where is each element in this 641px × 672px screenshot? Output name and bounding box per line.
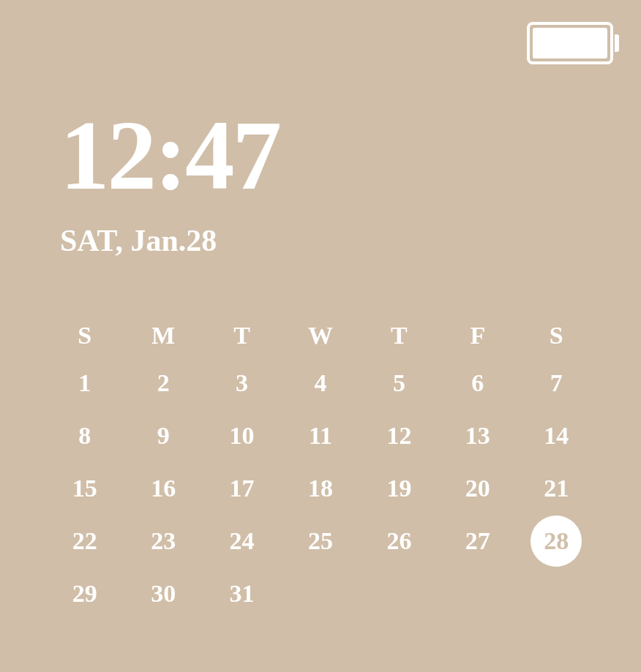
calendar-cell[interactable]: 18 — [281, 475, 359, 502]
calendar-cell[interactable]: 8 — [45, 423, 124, 449]
calendar-day-number: 18 — [308, 475, 333, 502]
weekday-label: W — [281, 322, 359, 350]
calendar-cell[interactable]: 22 — [45, 528, 124, 554]
calendar-cell[interactable]: 4 — [281, 370, 359, 396]
calendar-day-number: 8 — [78, 422, 91, 449]
calendar-cell[interactable]: 30 — [124, 581, 202, 607]
calendar-cell[interactable]: 6 — [438, 370, 517, 396]
calendar-cell[interactable]: 10 — [203, 423, 281, 449]
calendar-cell[interactable]: 17 — [203, 475, 281, 502]
weekday-label: M — [124, 322, 202, 350]
calendar-cell[interactable]: 14 — [517, 423, 596, 449]
calendar-cell[interactable]: 24 — [203, 528, 281, 554]
calendar-day-number: 10 — [230, 422, 255, 449]
calendar-body: 1234567891011121314151617181920212223242… — [45, 370, 596, 607]
calendar-day-number: 28 — [544, 527, 569, 554]
calendar-day-number: 23 — [151, 527, 176, 554]
calendar-day-number: 12 — [386, 422, 411, 449]
calendar-cell[interactable]: 19 — [360, 475, 438, 502]
calendar-day-number: 15 — [72, 475, 97, 502]
calendar-cell[interactable]: 29 — [45, 581, 124, 607]
calendar-day-number: 21 — [544, 475, 569, 502]
calendar-cell[interactable]: 26 — [360, 528, 438, 554]
clock-date: SAT, Jan.28 — [60, 223, 280, 258]
calendar-cell[interactable]: 1 — [45, 370, 124, 396]
calendar: S M T W T F S 12345678910111213141516171… — [45, 322, 596, 607]
calendar-cell[interactable]: 2 — [124, 370, 202, 396]
calendar-cell[interactable]: 5 — [360, 370, 438, 396]
calendar-cell[interactable]: 21 — [517, 475, 596, 502]
calendar-cell[interactable]: 11 — [281, 423, 359, 449]
calendar-day-number: 17 — [230, 475, 255, 502]
calendar-cell[interactable]: 23 — [124, 528, 202, 554]
weekday-label: T — [203, 322, 281, 350]
calendar-header: S M T W T F S — [45, 322, 596, 350]
calendar-cell[interactable]: 3 — [203, 370, 281, 396]
weekday-label: S — [45, 322, 124, 350]
calendar-cell[interactable]: 9 — [124, 423, 202, 449]
calendar-cell[interactable]: 7 — [517, 370, 596, 396]
battery-indicator — [527, 22, 619, 64]
calendar-cell[interactable]: 15 — [45, 475, 124, 502]
weekday-label: F — [438, 322, 517, 350]
calendar-day-number: 20 — [465, 475, 490, 502]
weekday-label: T — [360, 322, 438, 350]
calendar-day-number: 6 — [471, 369, 484, 396]
calendar-day-number: 26 — [386, 527, 411, 554]
calendar-day-number: 5 — [393, 369, 405, 396]
calendar-day-number: 7 — [550, 369, 563, 396]
battery-tip — [615, 34, 619, 52]
battery-body — [527, 22, 613, 64]
calendar-day-number: 19 — [386, 475, 411, 502]
calendar-day-number: 1 — [78, 369, 91, 396]
calendar-cell[interactable]: 20 — [438, 475, 517, 502]
calendar-day-number: 24 — [230, 527, 255, 554]
calendar-cell[interactable]: 25 — [281, 528, 359, 554]
calendar-day-number: 16 — [151, 475, 176, 502]
calendar-day-number: 29 — [72, 580, 97, 607]
calendar-day-number: 4 — [314, 369, 326, 396]
weekday-label: S — [517, 322, 596, 350]
calendar-day-number: 11 — [309, 422, 332, 449]
calendar-cell-today[interactable]: 28 — [517, 528, 596, 554]
calendar-day-number: 30 — [151, 580, 176, 607]
clock-time: 12:47 — [60, 106, 280, 205]
calendar-cell[interactable]: 13 — [438, 423, 517, 449]
calendar-cell[interactable]: 16 — [124, 475, 202, 502]
calendar-day-number: 22 — [72, 527, 97, 554]
calendar-cell[interactable]: 12 — [360, 423, 438, 449]
calendar-cell[interactable]: 31 — [203, 581, 281, 607]
calendar-day-number: 3 — [236, 369, 248, 396]
calendar-day-number: 25 — [308, 527, 333, 554]
calendar-day-number: 9 — [157, 422, 170, 449]
calendar-day-number: 27 — [465, 527, 490, 554]
calendar-day-number: 2 — [157, 369, 170, 396]
battery-fill — [533, 28, 607, 58]
calendar-cell[interactable]: 27 — [438, 528, 517, 554]
calendar-day-number: 14 — [544, 422, 569, 449]
clock-section: 12:47 SAT, Jan.28 — [60, 106, 280, 258]
calendar-day-number: 31 — [230, 580, 255, 607]
calendar-day-number: 13 — [465, 422, 490, 449]
